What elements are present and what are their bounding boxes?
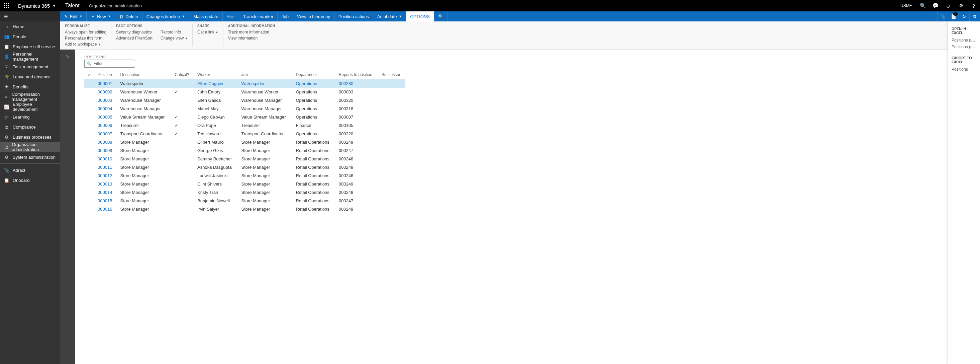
cell-position[interactable]: 000015	[94, 196, 117, 205]
as-of-date-button[interactable]: As of date ▼	[373, 11, 406, 21]
row-checkbox[interactable]	[84, 188, 94, 196]
table-row[interactable]: 000016Store ManagerIrvin SalyerStore Man…	[84, 205, 406, 213]
cell-position[interactable]: 000002	[94, 88, 117, 96]
row-checkbox[interactable]	[84, 163, 94, 171]
cell-position[interactable]: 000006	[94, 121, 117, 129]
new-button[interactable]: ＋ New ▼	[87, 11, 115, 21]
row-checkbox[interactable]	[84, 88, 94, 96]
table-row[interactable]: 000006Treasurer✓Ora PopeTreasurerFinance…	[84, 121, 406, 129]
sidebar-item-onboard[interactable]: 📋Onboard	[0, 175, 60, 185]
attachments-icon[interactable]: 📄0	[948, 11, 959, 21]
help-icon[interactable]: ?	[967, 0, 980, 11]
column-header-reports-to-position[interactable]: Reports to position	[336, 70, 378, 79]
open-excel-item[interactable]: Positions (unfiltered)	[951, 43, 977, 50]
column-header-job[interactable]: Job	[238, 70, 293, 79]
cell-position[interactable]: 000001	[94, 79, 117, 88]
row-checkbox[interactable]	[84, 196, 94, 205]
table-row[interactable]: 000012Store ManagerLudwik JasinskiStore …	[84, 171, 406, 180]
open-excel-item[interactable]: Positions (unfiltered)	[951, 37, 977, 43]
row-checkbox[interactable]	[84, 155, 94, 163]
edit-button[interactable]: ✎ Edit ▼	[60, 11, 87, 21]
legal-entity[interactable]: USMF	[896, 3, 916, 8]
table-row[interactable]: 000003Warehouse ManagerEllen GascaWareho…	[84, 96, 406, 104]
cell-position[interactable]: 000010	[94, 155, 117, 163]
sidebar-item-leave-and-absence[interactable]: 🌴Leave and absence	[0, 72, 60, 82]
cell-position[interactable]: 000012	[94, 171, 117, 180]
brand-switcher[interactable]: Dynamics 365 ▼	[13, 3, 60, 9]
always-open-editing-link[interactable]: Always open for editing	[65, 30, 107, 35]
table-row[interactable]: 000001WaterspiderAlton CogginsWaterspide…	[84, 79, 406, 88]
column-header-department[interactable]: Department	[292, 70, 335, 79]
feedback-icon[interactable]: ☺	[942, 0, 955, 11]
row-checkbox[interactable]	[84, 180, 94, 188]
changes-timeline-button[interactable]: Changes timeline ▼	[143, 11, 189, 21]
export-excel-item[interactable]: Positions	[951, 66, 977, 73]
sidebar-item-compliance[interactable]: ≣Compliance	[0, 122, 60, 132]
cell-position[interactable]: 000004	[94, 104, 117, 113]
messages-icon[interactable]: 💬	[929, 0, 942, 11]
delete-button[interactable]: 🗑 Delete	[115, 11, 143, 21]
search-icon[interactable]: 🔍	[916, 0, 929, 11]
cell-position[interactable]: 000008	[94, 138, 117, 146]
security-diagnostics-link[interactable]: Security diagnostics	[116, 30, 153, 35]
refresh-icon[interactable]: ↻	[959, 11, 969, 21]
popout-icon[interactable]: ⧉	[969, 11, 980, 21]
position-actions-button[interactable]: Position actions	[334, 11, 373, 21]
settings-icon[interactable]: ⚙	[955, 0, 967, 11]
options-tab[interactable]: OPTIONS	[406, 11, 434, 21]
cell-position[interactable]: 000016	[94, 205, 117, 213]
add-workspace-link[interactable]: Add to workspace▼	[65, 42, 107, 46]
row-checkbox[interactable]	[84, 113, 94, 121]
row-checkbox[interactable]	[84, 129, 94, 138]
row-checkbox[interactable]	[84, 171, 94, 180]
column-header-description[interactable]: Description	[117, 70, 172, 79]
row-checkbox[interactable]	[84, 121, 94, 129]
table-row[interactable]: 000005Value Stream Manager✓Diego CabÃ¡nV…	[84, 113, 406, 121]
office-icon[interactable]: 📎	[937, 11, 948, 21]
sidebar-item-benefits[interactable]: ✚Benefits	[0, 82, 60, 92]
change-view-link[interactable]: Change view▼	[161, 36, 188, 40]
cell-position[interactable]: 000003	[94, 96, 117, 104]
sidebar-item-system-administration[interactable]: ⚙System administration	[0, 152, 60, 162]
sidebar-item-personnel-management[interactable]: 👤Personnel management	[0, 51, 60, 62]
select-all-checkbox[interactable]: ✓	[84, 70, 94, 79]
column-header-critical-[interactable]: Critical?	[171, 70, 194, 79]
filter-pane-icon[interactable]: ▽	[66, 54, 70, 59]
row-checkbox[interactable]	[84, 79, 94, 88]
filter-input[interactable]	[94, 61, 144, 66]
sidebar-item-organization-administration[interactable]: 🗂Organization administration	[0, 142, 60, 152]
column-header-successor[interactable]: Successor	[378, 70, 406, 79]
view-information-link[interactable]: View information	[228, 36, 275, 40]
view-hierarchy-button[interactable]: View in hierarchy	[293, 11, 334, 21]
row-checkbox[interactable]	[84, 104, 94, 113]
sidebar-item-employee-development[interactable]: 📈Employee development	[0, 102, 60, 112]
row-checkbox[interactable]	[84, 205, 94, 213]
personalize-form-link[interactable]: Personalize this form	[65, 36, 107, 40]
cell-position[interactable]: 000007	[94, 129, 117, 138]
sidebar-item-employee-self-service[interactable]: 📋Employee self service	[0, 42, 60, 51]
record-info-link[interactable]: Record info	[161, 30, 188, 35]
table-row[interactable]: 000013Store ManagerClint ShiversStore Ma…	[84, 180, 406, 188]
table-row[interactable]: 000009Store ManagerGeorge GilesStore Man…	[84, 146, 406, 155]
table-row[interactable]: 000004Warehouse ManagerMabel MayWarehous…	[84, 104, 406, 113]
sidebar-toggle[interactable]: ☰	[0, 11, 60, 21]
get-link-link[interactable]: Get a link▼	[197, 30, 218, 35]
cell-position[interactable]: 000011	[94, 163, 117, 171]
cell-position[interactable]: 000014	[94, 188, 117, 196]
row-checkbox[interactable]	[84, 96, 94, 104]
cell-position[interactable]: 000009	[94, 146, 117, 155]
column-header-worker[interactable]: Worker	[194, 70, 238, 79]
hire-button[interactable]: Hire	[223, 11, 239, 21]
cell-position[interactable]: 000005	[94, 113, 117, 121]
mass-update-button[interactable]: Mass update	[189, 11, 223, 21]
sidebar-item-learning[interactable]: 🎓Learning	[0, 112, 60, 122]
actionbar-search-icon[interactable]: 🔍	[434, 11, 448, 21]
table-row[interactable]: 000002Warehouse Worker✓John EmoryWarehou…	[84, 88, 406, 96]
column-header-position[interactable]: Position	[94, 70, 117, 79]
table-row[interactable]: 000008Store ManagerGilbert MauroStore Ma…	[84, 138, 406, 146]
sidebar-item-business-processes[interactable]: ⚙Business processes	[0, 132, 60, 142]
job-button[interactable]: Job	[278, 11, 293, 21]
sidebar-item-compensation-management[interactable]: ≡Compensation management	[0, 92, 60, 102]
table-row[interactable]: 000014Store ManagerKristy TranStore Mana…	[84, 188, 406, 196]
sidebar-item-attract[interactable]: 📎Attract	[0, 165, 60, 175]
